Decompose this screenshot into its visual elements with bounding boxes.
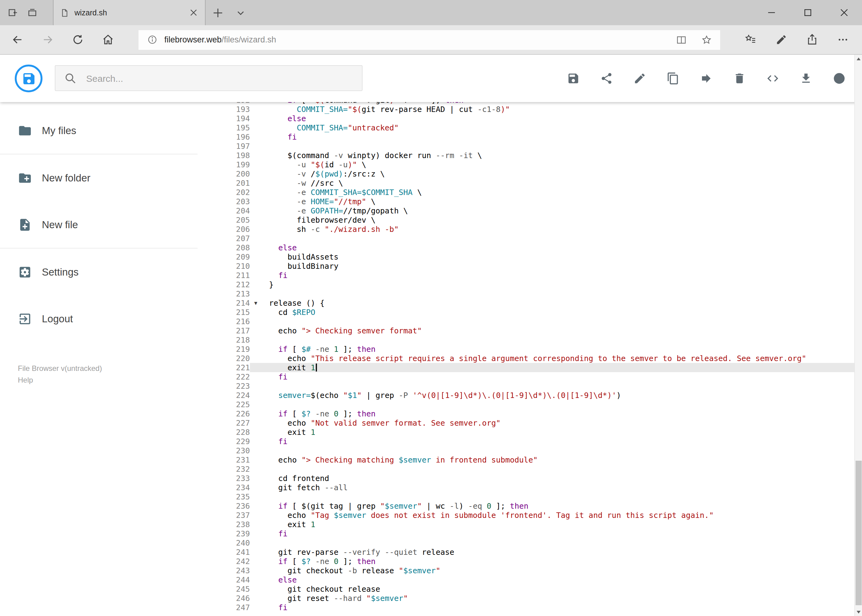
scrollbar-thumb[interactable] [855, 461, 861, 605]
code-line[interactable]: 214▾release () { [198, 298, 854, 308]
rename-button[interactable] [633, 72, 646, 85]
share-page-icon[interactable] [796, 28, 827, 51]
code-line[interactable]: 198 $(command -v winpty) docker run --rm… [198, 151, 854, 160]
code-line[interactable]: 219 if [ $# -ne 1 ]; then [198, 344, 854, 354]
code-line[interactable]: 210 buildBinary [198, 261, 854, 270]
code-line[interactable]: 195 COMMIT_SHA="untracked" [198, 123, 854, 132]
sidebar-item-my-files[interactable]: My files [0, 107, 198, 154]
code-line[interactable]: 194 else [198, 114, 854, 123]
code-line[interactable]: 196 fi [198, 132, 854, 141]
site-info-icon[interactable] [146, 33, 158, 46]
code-line[interactable]: 199 -u "$(id -u)" \ [198, 160, 854, 169]
code-line[interactable]: 243 git checkout -b release "$semver" [198, 566, 854, 575]
web-note-pen-icon[interactable] [766, 28, 796, 51]
code-line[interactable]: 223 [198, 381, 854, 391]
search-box[interactable] [55, 65, 362, 91]
code-line[interactable]: 208 else [198, 243, 854, 252]
back-button[interactable] [6, 28, 28, 51]
code-line[interactable]: 245 git checkout release [198, 584, 854, 594]
move-button[interactable] [700, 72, 712, 85]
code-line[interactable]: 220 echo "This release script requires a… [198, 354, 854, 363]
code-line[interactable]: 222 fi [198, 372, 854, 381]
code-line[interactable]: 229 fi [198, 437, 854, 446]
share-button[interactable] [600, 72, 613, 85]
code-line[interactable]: 206 sh -c "./wizard.sh -b" [198, 225, 854, 234]
minimize-button[interactable] [753, 0, 790, 25]
search-input[interactable] [85, 72, 346, 84]
close-tab-icon[interactable] [187, 6, 199, 19]
code-line[interactable]: 242 if [ $? -ne 0 ]; then [198, 557, 854, 566]
fold-open-icon[interactable]: ▾ [254, 298, 257, 308]
tab-preview-icon[interactable] [27, 7, 38, 18]
scroll-down-arrow-icon[interactable] [855, 607, 862, 616]
code-line[interactable]: 218 [198, 335, 854, 344]
code-line[interactable]: 205 filebrowser/dev \ [198, 215, 854, 225]
code-line[interactable]: 192 if [ "$(command -v git)" != "" ]; th… [198, 102, 854, 105]
scroll-up-arrow-icon[interactable] [855, 55, 862, 63]
code-editor[interactable]: 192 if [ "$(command -v git)" != "" ]; th… [198, 102, 854, 616]
set-tabs-aside-icon[interactable] [7, 7, 18, 18]
code-line[interactable]: 202 -e COMMIT_SHA=$COMMIT_SHA \ [198, 188, 854, 197]
code-line[interactable]: 200 -v /$(pwd):/src:z \ [198, 169, 854, 178]
code-line[interactable]: 204 -e GOPATH=//tmp/gopath \ [198, 206, 854, 215]
close-window-button[interactable] [826, 0, 862, 25]
code-line[interactable]: 244 else [198, 575, 854, 584]
code-line[interactable]: 232 [198, 464, 854, 474]
tab-preview-chevron-icon[interactable] [230, 0, 251, 25]
forward-button[interactable] [36, 28, 58, 51]
copy-button[interactable] [666, 72, 679, 85]
code-line[interactable]: 241 git rev-parse --verify --quiet relea… [198, 547, 854, 557]
download-button[interactable] [799, 72, 812, 85]
code-line[interactable]: 201 -w //src \ [198, 178, 854, 188]
save-button[interactable] [567, 72, 580, 85]
code-line[interactable]: 228 exit 1 [198, 427, 854, 437]
code-line[interactable]: 239 fi [198, 529, 854, 538]
code-line[interactable]: 209 buildAssets [198, 252, 854, 261]
code-line[interactable]: 240 [198, 538, 854, 547]
code-line[interactable]: 238 exit 1 [198, 520, 854, 529]
delete-button[interactable] [733, 72, 746, 85]
code-line[interactable]: 233 cd frontend [198, 474, 854, 483]
code-line[interactable]: 247 fi [198, 603, 854, 612]
code-line[interactable]: 236 if [ $(git tag | grep "$semver" | wc… [198, 501, 854, 511]
code-line[interactable]: 193 COMMIT_SHA="$(git rev-parse HEAD | c… [198, 105, 854, 114]
code-line[interactable]: 212} [198, 280, 854, 289]
code-line[interactable]: 217 echo "> Checking semver format" [198, 326, 854, 335]
hub-favorites-icon[interactable] [735, 28, 766, 51]
new-tab-button[interactable] [206, 0, 230, 25]
address-bar[interactable]: filebrowser.web/files/wizard.sh [139, 30, 720, 50]
code-line[interactable]: 221 exit 1 [198, 363, 854, 372]
filebrowser-logo[interactable] [15, 64, 43, 92]
code-line[interactable]: 234 git fetch --all [198, 483, 854, 492]
code-line[interactable]: 213 [198, 289, 854, 298]
code-line[interactable]: 224 semver=$(echo "$1" | grep -P '^v(0|[… [198, 391, 854, 400]
refresh-button[interactable] [66, 28, 89, 51]
browser-tab-active[interactable]: wizard.sh [53, 0, 206, 25]
code-line[interactable]: 226 if [ $? -ne 0 ]; then [198, 409, 854, 418]
more-options-icon[interactable] [827, 28, 858, 51]
add-favorite-star-icon[interactable] [699, 32, 714, 47]
code-line[interactable]: 246 git reset --hard "$semver" [198, 594, 854, 603]
code-line[interactable]: 216 [198, 317, 854, 326]
code-line[interactable]: 227 echo "Not valid semver format. See s… [198, 418, 854, 427]
sidebar-item-new-folder[interactable]: New folder [0, 154, 198, 201]
url-text[interactable]: filebrowser.web/files/wizard.sh [164, 35, 663, 44]
code-line[interactable]: 237 echo "Tag $semver does not exist in … [198, 511, 854, 520]
sidebar-item-new-file[interactable]: New file [0, 201, 198, 248]
reading-view-icon[interactable] [674, 32, 689, 47]
maximize-button[interactable] [790, 0, 826, 25]
code-line[interactable]: 235 [198, 492, 854, 501]
code-line[interactable]: 203 -e HOME="//tmp" \ [198, 197, 854, 206]
info-button[interactable] [832, 72, 845, 85]
code-line[interactable]: 225 [198, 400, 854, 409]
code-line[interactable]: 231 echo "> Checking matching $semver in… [198, 455, 854, 464]
code-line[interactable]: 230 [198, 446, 854, 455]
code-line[interactable]: 197 [198, 141, 854, 151]
sidebar-item-logout[interactable]: Logout [0, 295, 198, 342]
code-line[interactable]: 207 [198, 234, 854, 243]
help-link[interactable]: Help [18, 375, 102, 386]
page-scrollbar[interactable] [854, 55, 862, 616]
sidebar-item-settings[interactable]: Settings [0, 248, 198, 295]
code-line[interactable]: 215 cd $REPO [198, 308, 854, 317]
raw-code-button[interactable] [766, 72, 779, 85]
